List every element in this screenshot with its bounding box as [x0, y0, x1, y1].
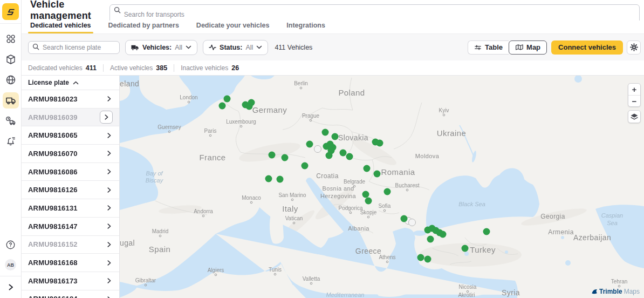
toolbar: Vehicles: All Status: All 411 Vehicles — [22, 33, 644, 60]
sidebar-item-vehicles[interactable] — [3, 92, 19, 109]
map-view-button[interactable]: Map — [509, 40, 547, 55]
toolbar-right: Table Map Connect vehicles — [468, 40, 641, 55]
help-button[interactable] — [3, 236, 19, 253]
zoom-in-button[interactable]: + — [628, 84, 640, 95]
chevron-right-icon[interactable] — [105, 150, 113, 157]
map-container[interactable]: PolandGermanySlovakiaUkraineFranceMoldov… — [120, 76, 644, 298]
chevron-right-icon[interactable] — [105, 241, 113, 248]
vehicle-marker[interactable] — [424, 256, 431, 263]
chevron-right-icon[interactable] — [105, 277, 113, 285]
map-city-label: Valletta — [303, 276, 320, 282]
vehicle-marker[interactable] — [384, 188, 391, 195]
sidebar-item-transport-history[interactable] — [3, 113, 19, 129]
expand-sidebar-button[interactable] — [0, 276, 21, 298]
vehicles-filter-dropdown[interactable]: Vehicles: All — [125, 40, 197, 55]
chevron-right-icon[interactable] — [100, 111, 113, 124]
vehicle-marker[interactable] — [417, 254, 424, 261]
chevron-right-icon[interactable] — [105, 295, 113, 298]
map-icon — [515, 44, 523, 51]
table-row[interactable]: ARMU9816126 — [22, 181, 119, 199]
license-plate: ARMU9816152 — [28, 240, 78, 248]
chevron-right-icon[interactable] — [105, 222, 113, 230]
table-row[interactable]: ARMU9816039 — [22, 109, 119, 127]
tab-dedicate-your-vehicles[interactable]: Dedicate your vehicles — [194, 22, 271, 33]
chevron-right-icon[interactable] — [105, 204, 113, 212]
table-row[interactable]: ARMU9816070 — [22, 145, 119, 163]
connect-vehicles-button[interactable]: Connect vehicles — [551, 40, 623, 55]
inactive-vehicle-marker[interactable] — [314, 146, 321, 153]
vehicle-marker[interactable] — [306, 141, 313, 148]
status-filter-dropdown[interactable]: Status: All — [203, 40, 268, 55]
vehicle-marker[interactable] — [374, 171, 381, 178]
sidebar-item-network[interactable] — [3, 72, 19, 88]
inactive-vehicle-marker[interactable] — [409, 219, 416, 226]
map-city-label: Andorra — [194, 208, 213, 214]
table-view-label: Table — [485, 43, 503, 51]
vehicle-marker[interactable] — [340, 150, 347, 157]
table-row[interactable]: ARMU9816023 — [22, 90, 119, 109]
chevron-right-icon[interactable] — [105, 186, 113, 194]
tab-dedicated-by-partners[interactable]: Dedicated by partners — [106, 22, 181, 33]
vehicle-marker[interactable] — [269, 152, 276, 159]
map-sea-label: Sea — [607, 220, 618, 226]
vehicle-marker[interactable] — [401, 215, 408, 222]
license-plate-sort-header[interactable]: License plate — [22, 76, 119, 90]
table-row[interactable]: ARMU9816173 — [22, 272, 119, 290]
map-label-georgia: Georgia — [540, 213, 565, 220]
vehicle-marker[interactable] — [362, 191, 369, 198]
table-row[interactable]: ARMU9816131 — [22, 199, 119, 218]
map-city-label: Guernsey — [157, 124, 181, 130]
vehicle-marker[interactable] — [364, 165, 371, 172]
vehicle-marker[interactable] — [302, 162, 309, 170]
vehicle-marker[interactable] — [365, 198, 372, 205]
settings-button[interactable] — [627, 40, 641, 55]
vehicle-marker[interactable] — [346, 153, 353, 160]
sidebar-item-apps[interactable] — [3, 31, 19, 47]
europe-map[interactable]: PolandGermanySlovakiaUkraineFranceMoldov… — [120, 76, 644, 298]
map-label-spain: Spain — [149, 245, 170, 254]
vehicle-marker[interactable] — [248, 99, 255, 106]
table-row[interactable]: ARMU9816065 — [22, 126, 119, 145]
chevron-right-icon[interactable] — [105, 259, 113, 267]
stat-label: Dedicated vehicles — [28, 64, 83, 72]
table-row[interactable]: ARMU9816147 — [22, 218, 119, 236]
map-attribution[interactable]: Trimble Maps — [592, 288, 640, 295]
tab-integrations[interactable]: Integrations — [284, 22, 327, 33]
license-plate-search-input[interactable] — [28, 41, 120, 54]
vehicle-marker[interactable] — [326, 152, 333, 159]
vehicle-marker[interactable] — [483, 228, 490, 235]
chevron-right-icon[interactable] — [105, 95, 113, 103]
search-icon — [114, 6, 121, 13]
zoom-controls: + − — [628, 83, 641, 107]
table-row[interactable]: ARMU9816184 — [22, 290, 119, 298]
vehicle-marker[interactable] — [427, 236, 434, 243]
chevron-right-icon[interactable] — [105, 168, 113, 175]
vehicle-marker[interactable] — [376, 140, 383, 147]
zoom-out-button[interactable]: − — [628, 95, 640, 106]
vehicle-marker[interactable] — [322, 129, 329, 136]
chevron-right-icon[interactable] — [105, 132, 113, 139]
sidebar-item-packages[interactable] — [3, 51, 19, 67]
vehicle-marker[interactable] — [277, 176, 284, 183]
sidebar-item-notifications[interactable] — [3, 133, 19, 150]
vehicle-marker[interactable] — [265, 175, 272, 182]
brand-logo[interactable] — [2, 3, 19, 20]
vehicles-filter-label: Vehicles: — [142, 44, 172, 51]
map-label-croatia: Croatia — [316, 172, 338, 180]
vehicle-marker[interactable] — [224, 96, 231, 103]
vehicle-marker[interactable] — [219, 103, 226, 110]
table-row[interactable]: ARMU9816152 — [22, 236, 119, 254]
sidebar-bottom: AB — [0, 234, 21, 298]
table-view-button[interactable]: Table — [468, 40, 509, 55]
vehicle-marker[interactable] — [282, 154, 289, 161]
user-avatar[interactable]: AB — [5, 259, 16, 270]
vehicle-marker[interactable] — [440, 231, 447, 238]
layers-button[interactable] — [628, 110, 641, 123]
vehicle-marker[interactable] — [462, 245, 469, 252]
table-row[interactable]: ARMU9816168 — [22, 254, 119, 272]
vehicle-management-app: AB Vehicle management Dedicated vehicles… — [0, 0, 644, 298]
truck-clock-icon — [5, 115, 17, 127]
tab-dedicated-vehicles[interactable]: Dedicated vehicles — [28, 22, 93, 33]
table-row[interactable]: ARMU9816086 — [22, 163, 119, 181]
vehicle-marker[interactable] — [332, 133, 339, 140]
